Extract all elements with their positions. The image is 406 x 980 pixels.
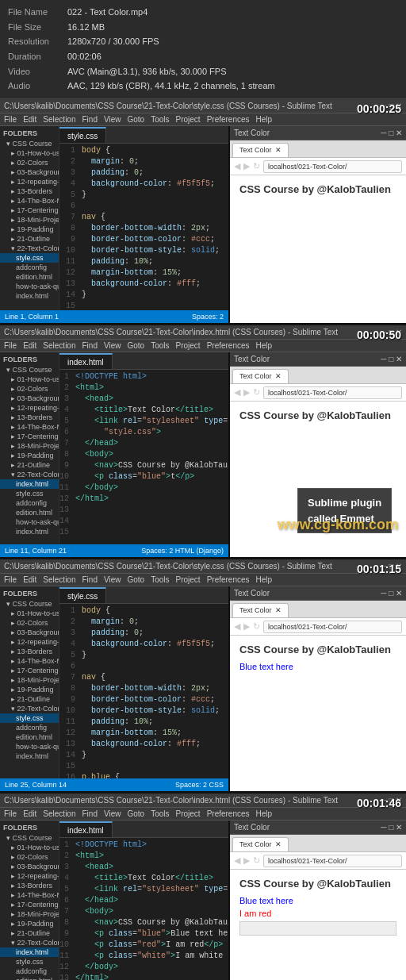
forward-btn-3[interactable]: ▶ <box>243 621 250 632</box>
menu-tools[interactable]: Tools <box>151 115 169 124</box>
f-21-4[interactable]: ▸ 21-Outline <box>0 928 59 938</box>
menu-preferences-3[interactable]: Preferences <box>207 575 250 584</box>
file-addin-4[interactable]: addconfig <box>0 967 59 976</box>
file-ask-3[interactable]: how-to-ask-quest <box>0 742 59 751</box>
f-14-4[interactable]: ▸ 14-The-Box-Mode <box>0 890 59 900</box>
file-style-css-1[interactable]: style.css <box>0 253 59 263</box>
menu-help[interactable]: Help <box>256 115 273 124</box>
refresh-btn-2[interactable]: ↻ <box>253 387 260 398</box>
menu-project[interactable]: Project <box>176 115 201 124</box>
f-22-3[interactable]: ▾ 22-Text-Color <box>0 704 59 713</box>
back-btn-3[interactable]: ◀ <box>234 621 240 632</box>
file-index2[interactable]: index.html <box>0 527 59 536</box>
menu-selection[interactable]: Selection <box>43 115 75 124</box>
f-17-3[interactable]: ▸ 17-Centering-an-E <box>0 666 59 675</box>
folder-12-2[interactable]: ▸ 12-repeating-bac <box>0 403 59 413</box>
folder-css-course-2[interactable]: ▾ CSS Course <box>0 365 59 375</box>
forward-btn-1[interactable]: ▶ <box>243 161 250 171</box>
menu-selection-4[interactable]: Selection <box>43 809 75 818</box>
file-idx-3[interactable]: index.html <box>0 751 59 761</box>
folder-02[interactable]: ▸ 02-Colors <box>0 158 59 167</box>
menu-view[interactable]: View <box>104 115 121 124</box>
menu-goto-4[interactable]: Goto <box>127 809 144 818</box>
file-style-3[interactable]: style.css <box>0 713 59 723</box>
browser-tab-4[interactable]: Text Color ✕ <box>232 837 289 851</box>
menu-project-3[interactable]: Project <box>176 575 201 584</box>
address-input-4[interactable] <box>263 855 402 867</box>
file-addconfig-2[interactable]: addconfig <box>0 498 59 508</box>
file-edition-2[interactable]: edition.html <box>0 508 59 517</box>
f-17-4[interactable]: ▸ 17-Centering-an-E <box>0 900 59 909</box>
folder-18[interactable]: ▸ 18-Mini-Project-5 <box>0 215 59 225</box>
code-tab-index-2[interactable]: index.html <box>59 353 113 369</box>
folder-21[interactable]: ▸ 21-Outline <box>0 234 59 244</box>
folder-03[interactable]: ▸ 03-Backgrounds <box>0 167 59 177</box>
folder-css-3[interactable]: ▾ CSS Course <box>0 599 59 609</box>
folder-13-2[interactable]: ▸ 13-Borders <box>0 413 59 422</box>
menu-edit-3[interactable]: Edit <box>23 575 36 584</box>
menu-file[interactable]: File <box>4 115 17 124</box>
menu-project-2[interactable]: Project <box>176 341 201 350</box>
forward-btn-2[interactable]: ▶ <box>243 387 250 398</box>
menu-selection-3[interactable]: Selection <box>43 575 75 584</box>
folder-14-2[interactable]: ▸ 14-The-Box-Mode <box>0 422 59 432</box>
folder-17[interactable]: ▸ 17-Centering-an-E <box>0 206 59 215</box>
menu-help-4[interactable]: Help <box>256 809 273 818</box>
file-how-to-ask[interactable]: how-to-ask-quest <box>0 282 59 291</box>
menu-find-3[interactable]: Find <box>82 575 98 584</box>
f-02-4[interactable]: ▸ 02-Colors <box>0 852 59 862</box>
f-12-3[interactable]: ▸ 12-repeating-bac <box>0 637 59 647</box>
file-style-4[interactable]: style.css <box>0 957 59 967</box>
forward-btn-4[interactable]: ▶ <box>243 855 250 866</box>
menu-tools-2[interactable]: Tools <box>151 341 169 350</box>
browser-tab-2[interactable]: Text Color ✕ <box>232 369 289 383</box>
file-ed-4[interactable]: edition.html <box>0 976 59 980</box>
f-01-3[interactable]: ▸ 01-How-to-use-C <box>0 609 59 618</box>
f-03-3[interactable]: ▸ 03-Backgrounds <box>0 628 59 637</box>
f-21-3[interactable]: ▸ 21-Outline <box>0 694 59 704</box>
refresh-btn-4[interactable]: ↻ <box>253 855 260 866</box>
browser-tab-1[interactable]: Text Color ✕ <box>232 143 289 157</box>
address-input-3[interactable] <box>263 621 402 633</box>
menu-preferences[interactable]: Preferences <box>207 115 250 124</box>
menu-tools-3[interactable]: Tools <box>151 575 169 584</box>
menu-preferences-4[interactable]: Preferences <box>207 809 250 818</box>
refresh-btn-1[interactable]: ↻ <box>253 161 260 171</box>
folder-03-2[interactable]: ▸ 03-Backgrounds <box>0 394 59 403</box>
f-18-4[interactable]: ▸ 18-Mini-Project-5 <box>0 909 59 919</box>
folder-19-2[interactable]: ▸ 19-Padding <box>0 451 59 460</box>
file-ed-3[interactable]: edition.html <box>0 732 59 742</box>
file-index-html-1[interactable]: index.html <box>0 291 59 301</box>
menu-preferences-2[interactable]: Preferences <box>207 341 250 350</box>
folder-01-2[interactable]: ▸ 01-How-to-use-C <box>0 375 59 384</box>
folder-22-2[interactable]: ▾ 22-Text-Color <box>0 470 59 479</box>
menu-find[interactable]: Find <box>82 115 98 124</box>
menu-goto-3[interactable]: Goto <box>127 575 144 584</box>
menu-help-2[interactable]: Help <box>256 341 273 350</box>
menu-file-3[interactable]: File <box>4 575 17 584</box>
code-tab-index-4[interactable]: index.html <box>59 821 113 837</box>
browser-tab-3[interactable]: Text Color ✕ <box>232 603 289 617</box>
address-input-1[interactable] <box>263 160 402 173</box>
menu-help-3[interactable]: Help <box>256 575 273 584</box>
folder-21-2[interactable]: ▸ 21-Outline <box>0 460 59 470</box>
menu-view-3[interactable]: View <box>104 575 121 584</box>
file-how-to-2[interactable]: how-to-ask-quest <box>0 517 59 527</box>
menu-find-4[interactable]: Find <box>82 809 98 818</box>
file-edition-html[interactable]: edition.html <box>0 272 59 282</box>
folder-12[interactable]: ▸ 12-repeating-bac <box>0 177 59 186</box>
code-tab-style-1[interactable]: style.css <box>59 127 106 143</box>
menu-project-4[interactable]: Project <box>176 809 201 818</box>
menu-edit-4[interactable]: Edit <box>23 809 36 818</box>
f-19-4[interactable]: ▸ 19-Padding <box>0 919 59 928</box>
f-01-4[interactable]: ▸ 01-How-to-use-C <box>0 843 59 852</box>
f-19-3[interactable]: ▸ 19-Padding <box>0 685 59 694</box>
back-btn-2[interactable]: ◀ <box>234 387 240 398</box>
folder-02-2[interactable]: ▸ 02-Colors <box>0 384 59 394</box>
file-addinconfig[interactable]: addconfig <box>0 263 59 272</box>
file-style-2[interactable]: style.css <box>0 489 59 498</box>
file-index-4[interactable]: index.html <box>0 947 59 957</box>
folder-css-course[interactable]: ▾ CSS Course <box>0 139 59 148</box>
f-14-3[interactable]: ▸ 14-The-Box-Mode <box>0 656 59 666</box>
menu-goto-2[interactable]: Goto <box>127 341 144 350</box>
